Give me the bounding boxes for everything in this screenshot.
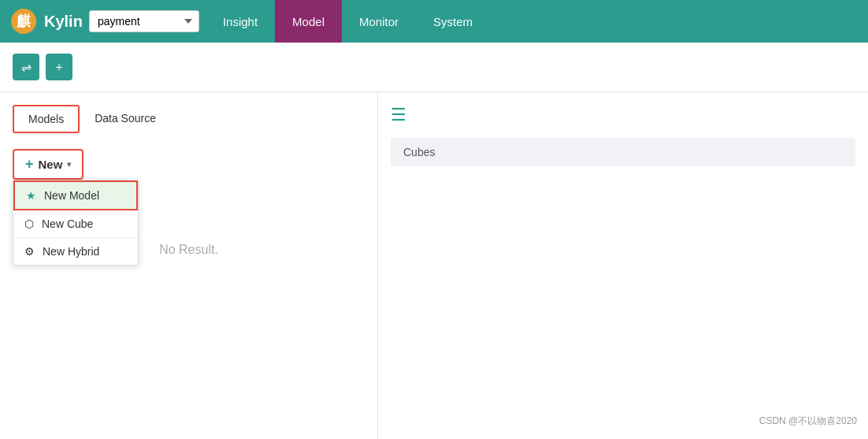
project-select[interactable]: payment bbox=[89, 10, 199, 32]
brand-logo: 麒 Kylin bbox=[9, 7, 83, 35]
new-hybrid-item[interactable]: ⚙ New Hybrid bbox=[13, 238, 138, 265]
nav-menu: Insight Model Monitor System bbox=[206, 0, 490, 43]
nav-item-system[interactable]: System bbox=[416, 0, 490, 43]
action-bar: ⇌ ＋ bbox=[0, 43, 868, 92]
new-hybrid-label: New Hybrid bbox=[43, 245, 99, 258]
kylin-logo-icon: 麒 bbox=[9, 7, 38, 35]
share-icon: ⇌ bbox=[21, 60, 32, 75]
svg-text:麒: 麒 bbox=[17, 13, 32, 29]
tab-bar: Models Data Source bbox=[13, 105, 365, 133]
new-button-container: + New ▾ ★ New Model ⬡ New Cube ⚙ New Hyb… bbox=[13, 149, 83, 180]
add-button[interactable]: ＋ bbox=[46, 54, 72, 80]
new-caret-icon: ▾ bbox=[67, 160, 71, 169]
left-panel: Models Data Source + New ▾ ★ New Model ⬡… bbox=[0, 92, 378, 439]
share-button[interactable]: ⇌ bbox=[13, 54, 39, 80]
hamburger-button[interactable]: ☰ bbox=[391, 105, 406, 125]
brand-name: Kylin bbox=[44, 13, 83, 31]
tab-models[interactable]: Models bbox=[13, 105, 80, 133]
star-icon: ★ bbox=[26, 189, 36, 202]
new-button[interactable]: + New ▾ bbox=[13, 149, 83, 180]
cube-icon: ⬡ bbox=[24, 218, 34, 230]
new-dropdown-menu: ★ New Model ⬡ New Cube ⚙ New Hybrid bbox=[13, 180, 139, 266]
new-button-text: New bbox=[39, 158, 63, 171]
new-plus-icon: + bbox=[25, 156, 34, 173]
watermark: CSDN @不以物喜2020 bbox=[759, 415, 857, 428]
main-content: Models Data Source + New ▾ ★ New Model ⬡… bbox=[0, 92, 868, 439]
new-model-label: New Model bbox=[44, 189, 99, 202]
new-cube-item[interactable]: ⬡ New Cube bbox=[13, 210, 138, 238]
navbar: 麒 Kylin payment Insight Model Monitor Sy… bbox=[0, 0, 868, 43]
new-model-item[interactable]: ★ New Model bbox=[13, 180, 138, 210]
nav-item-model[interactable]: Model bbox=[275, 0, 342, 43]
right-panel: ☰ Cubes bbox=[378, 92, 868, 439]
hybrid-icon: ⚙ bbox=[24, 245, 35, 258]
nav-item-insight[interactable]: Insight bbox=[206, 0, 275, 43]
new-cube-label: New Cube bbox=[42, 218, 93, 230]
cubes-header: Cubes bbox=[391, 138, 855, 166]
nav-item-monitor[interactable]: Monitor bbox=[342, 0, 416, 43]
add-icon: ＋ bbox=[53, 59, 65, 76]
tab-data-source[interactable]: Data Source bbox=[80, 105, 171, 133]
